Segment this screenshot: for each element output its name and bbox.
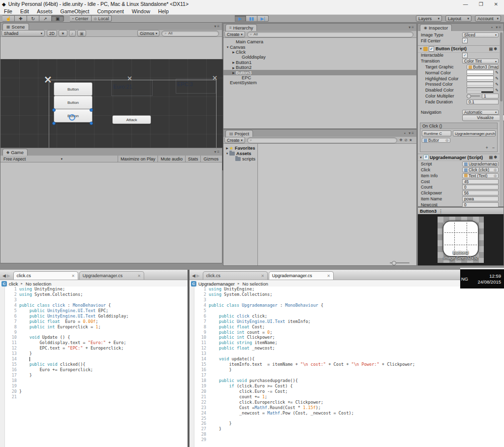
object-picker-icon[interactable]: ◎ [494, 168, 497, 172]
menu-item[interactable]: Assets [33, 8, 57, 14]
property-dropdown[interactable]: Sliced▾ [462, 32, 499, 37]
game-toolbar-button[interactable]: Stats [185, 156, 201, 162]
project-content-area[interactable] [258, 144, 416, 265]
project-tree-item[interactable]: ▼ Assets [223, 151, 257, 156]
property-text-field[interactable]: 0 [462, 202, 499, 207]
menu-item[interactable]: File [0, 8, 16, 14]
game-toolbar-button[interactable]: Mute audio [158, 156, 185, 162]
toolbar-dropdown[interactable]: Account▾ [475, 15, 501, 22]
fold-arrow-icon[interactable]: ▼ [225, 46, 230, 49]
editor-tab[interactable]: click.cs✕ [203, 271, 268, 280]
gear-icon[interactable]: ✱ [494, 155, 498, 160]
project-zoom-slider[interactable] [390, 262, 410, 263]
property-text-field[interactable]: 0.1 [467, 99, 499, 104]
fold-arrow-icon[interactable]: ▼ [419, 156, 423, 159]
object-picker-icon[interactable]: ◎ [494, 174, 497, 178]
property-text-field[interactable]: 45 [462, 179, 499, 184]
tool-button[interactable]: ↻ [27, 15, 39, 22]
color-swatch[interactable] [467, 88, 494, 93]
hierarchy-item[interactable]: ▶ Button3 [223, 70, 416, 75]
eyedropper-icon[interactable]: ✎ [495, 88, 499, 93]
fold-arrow-icon[interactable]: ▶ [231, 61, 236, 64]
fold-arrow-icon[interactable]: ▶ [231, 71, 236, 74]
minimize-button[interactable]: — [463, 1, 468, 7]
back-icon[interactable]: ◀ [192, 273, 195, 278]
add-event-button[interactable]: + [485, 145, 488, 150]
hierarchy-item[interactable]: ▼ Canvas [223, 44, 416, 49]
tab-scene[interactable]: ▦ Scene [2, 23, 29, 30]
breakpoint-margin[interactable] [0, 287, 5, 447]
eyedropper-icon[interactable]: ✎ [495, 76, 499, 81]
panel-lock-icon[interactable]: ▪ ▾≡ [404, 131, 415, 135]
close-icon[interactable]: ✕ [261, 274, 264, 278]
close-button[interactable]: ✕ [494, 1, 498, 7]
restore-button[interactable]: ❐ [479, 1, 483, 7]
rect-handle[interactable] [52, 108, 56, 112]
hierarchy-item[interactable]: ▶ Button2 [223, 65, 416, 70]
event-target-object-field[interactable]: Buttor ◎ [422, 138, 450, 143]
game-toolbar-button[interactable]: Maximize on Play [118, 156, 158, 162]
hierarchy-item[interactable]: Main Camera [223, 39, 416, 44]
tab-game[interactable]: ◆ Game [2, 149, 28, 156]
menu-item[interactable]: Edit [16, 8, 33, 14]
toolbar-dropdown[interactable]: Layout▾ [445, 15, 472, 22]
component-enabled-checkbox[interactable]: ✓ [429, 46, 434, 52]
object-field[interactable]: Click (click)◎ [462, 167, 499, 172]
2d-toggle[interactable]: 2D [47, 30, 57, 36]
close-icon[interactable]: ✕ [71, 274, 75, 278]
eyedropper-icon[interactable]: ✎ [495, 82, 499, 87]
editor-tab[interactable]: Upgrademanager.cs✕ [79, 271, 144, 280]
hierarchy-item[interactable]: ▶ Click [223, 50, 416, 55]
playmode-button[interactable]: ▶ [235, 15, 246, 22]
menu-item[interactable]: Component [93, 8, 127, 14]
color-swatch[interactable] [467, 76, 494, 81]
upgrademanager-component-header[interactable]: ▼ # Upgrademanager (Script) ▤✱ [418, 154, 500, 161]
breadcrumb-class[interactable]: click [9, 281, 18, 287]
panel-menu-icon[interactable]: ▾≡ [409, 25, 415, 30]
tool-button[interactable]: ✚ [15, 15, 27, 22]
close-icon[interactable]: ✕ [137, 274, 141, 278]
scene-gizmos-dropdown[interactable]: Gizmos▾ [137, 30, 159, 36]
hierarchy-item[interactable]: EPC [223, 75, 416, 80]
property-text-field[interactable]: powa [462, 196, 499, 201]
editor-tab[interactable]: click.cs✕ [13, 271, 78, 280]
shading-mode-dropdown[interactable]: Shaded▾ [1, 30, 45, 36]
fold-arrow-icon[interactable]: ▶ [225, 146, 229, 150]
toolbar-dropdown[interactable]: Layers▾ [416, 15, 442, 22]
scene-lighting-icon[interactable]: ☀ [59, 30, 67, 36]
property-dropdown[interactable]: Automatic▾ [462, 110, 499, 115]
property-checkbox[interactable]: ✓ [462, 38, 468, 43]
menu-item[interactable]: Help [154, 8, 173, 14]
visualize-button[interactable]: Visualize [462, 115, 504, 121]
project-search-input[interactable]: ⌕ [247, 137, 397, 143]
fold-arrow-icon[interactable]: ▼ [419, 47, 423, 50]
tool-button[interactable]: ☝ [2, 15, 15, 22]
editor-tab[interactable]: Upgrademanager.cs✕ [269, 271, 334, 280]
panel-menu-icon[interactable]: ▾≡ [214, 24, 220, 29]
remove-event-button[interactable]: − [492, 145, 495, 150]
anchor-gizmo-icon[interactable]: ✕ [44, 74, 52, 86]
property-text-field[interactable]: 56 [462, 191, 499, 195]
gear-icon[interactable]: ✱ [494, 47, 498, 51]
reference-icon[interactable]: ▤ [489, 47, 494, 51]
event-runtime-dropdown[interactable]: Runtime C [422, 130, 451, 136]
hierarchy-item[interactable]: EventSystem [223, 80, 416, 85]
tab-hierarchy[interactable]: ≡ Hierarchy [225, 24, 257, 31]
playmode-button[interactable]: ▶| [257, 15, 269, 22]
fold-arrow-icon[interactable]: ▶ [231, 66, 236, 69]
rect-handle[interactable] [52, 122, 56, 125]
scene-fx-icon[interactable]: ▣ [77, 30, 86, 36]
pivot-toggle-button[interactable]: ▪Center [70, 15, 92, 22]
scene-button[interactable]: Button [54, 82, 93, 96]
eyedropper-icon[interactable]: ✎ [495, 70, 499, 75]
breadcrumb-class[interactable]: Upgrademanager [198, 281, 235, 287]
forward-icon[interactable]: ▶ [7, 273, 10, 278]
preview-header[interactable]: Button3 ⋮ [418, 208, 504, 215]
hierarchy-search-input[interactable]: ⌕All [247, 32, 413, 37]
code-area[interactable]: 1using UnityEngine;2using System.Collect… [189, 287, 504, 447]
playmode-button[interactable]: ▮▮ [246, 15, 257, 22]
object-field[interactable]: Upgrademanag◎ [462, 161, 499, 166]
tool-button[interactable]: ↗ [39, 15, 52, 22]
menu-item[interactable]: GameObject [57, 8, 94, 14]
breakpoint-margin[interactable] [189, 287, 194, 447]
